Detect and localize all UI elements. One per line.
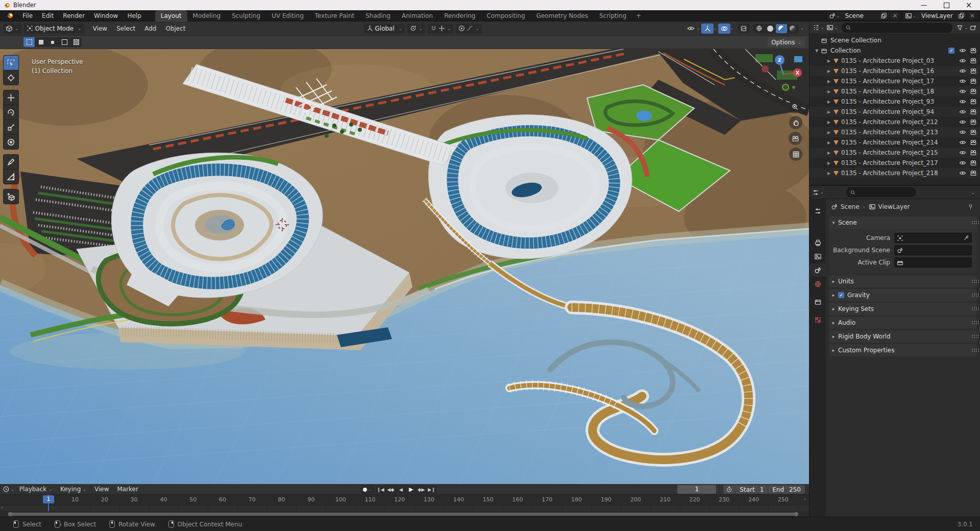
unlink-scene-button[interactable]: ✕ (889, 12, 900, 19)
show-overlays-button[interactable] (718, 23, 730, 34)
close-button[interactable]: × (958, 0, 980, 10)
pin-icon[interactable] (967, 204, 974, 210)
hide-eye-icon[interactable] (959, 78, 966, 85)
camera-view-button[interactable] (789, 132, 802, 145)
options-dropdown[interactable]: Options⌄ (768, 37, 805, 47)
menu-item[interactable]: File (18, 10, 37, 21)
tab-texture[interactable] (810, 313, 826, 326)
viewlayer-selector[interactable]: ⌄ ViewLayer ✕ (902, 11, 978, 20)
render-visibility-icon[interactable] (970, 67, 977, 75)
expand-icon[interactable]: ▼ (814, 49, 820, 53)
playhead-frame-badge[interactable]: 1 (43, 495, 54, 503)
prev-keyframe-button[interactable]: ◀◆ (386, 485, 396, 494)
scene-selector[interactable]: ⌄ Scene ✕ (826, 11, 901, 20)
outliner-object-row[interactable]: ▶ 0135 - Architecture Project_213 (810, 127, 980, 137)
transform-orientation[interactable]: Global⌄ (364, 23, 405, 34)
outliner-scene-collection[interactable]: Scene Collection (810, 35, 980, 45)
tool-button[interactable] (3, 189, 19, 204)
tab-scene[interactable] (810, 263, 826, 277)
tool-button[interactable] (3, 105, 19, 119)
display-mode-button[interactable]: ⌄ (826, 24, 838, 31)
mode-selector[interactable]: Object Mode⌄ (24, 23, 84, 34)
select-set-button[interactable] (23, 37, 35, 47)
render-visibility-icon[interactable] (970, 139, 977, 146)
gizmo-axis-z[interactable]: Z (775, 55, 785, 65)
panel-grip[interactable] (972, 349, 973, 350)
start-frame-field[interactable]: Start1 (735, 485, 768, 494)
viewport-menu-item[interactable]: Add (140, 25, 161, 32)
workspace-tab[interactable]: Geometry Nodes (531, 10, 594, 21)
timeline-menu-item[interactable]: Marker (113, 486, 142, 493)
panel-grip[interactable] (972, 221, 973, 222)
tool-button[interactable] (3, 134, 19, 150)
tab-viewlayer[interactable] (810, 250, 826, 263)
render-visibility-icon[interactable] (970, 78, 977, 85)
render-visibility-icon[interactable] (970, 98, 977, 105)
properties-search-input[interactable] (846, 187, 916, 197)
hide-eye-icon[interactable] (959, 139, 966, 146)
outliner-object-row[interactable]: ▶ 0135 - Architecture Project_03 (810, 56, 980, 66)
collapsed-panel[interactable]: ▸ Units (829, 275, 977, 287)
gizmo-axis-x-neg[interactable] (762, 65, 769, 73)
expand-icon[interactable]: ▶ (826, 69, 832, 74)
xray-toggle-button[interactable] (738, 23, 750, 34)
expand-icon[interactable]: ▶ (826, 120, 832, 125)
render-visibility-icon[interactable] (970, 170, 977, 177)
tool-button[interactable] (3, 169, 19, 184)
select-extend-button[interactable] (35, 37, 47, 47)
menu-item[interactable]: Edit (37, 10, 58, 21)
workspace-tab[interactable]: Shading (360, 10, 396, 21)
panel-grip[interactable] (972, 280, 973, 281)
viewlayer-name[interactable]: ViewLayer (918, 12, 956, 19)
pivot-point-button[interactable]: ⌄ (407, 23, 425, 34)
navigation-gizmo[interactable]: Z X (756, 52, 807, 98)
timeline-menu-item[interactable]: View (90, 486, 113, 493)
outliner-object-row[interactable]: ▶ 0135 - Architecture Project_16 (810, 66, 980, 76)
expand-icon[interactable]: ▶ (826, 171, 832, 176)
panel-grip[interactable] (972, 294, 973, 295)
scene-name[interactable]: Scene (842, 12, 878, 19)
render-visibility-icon[interactable] (970, 159, 977, 166)
panel-grip[interactable] (972, 335, 973, 336)
viewport-menu-item[interactable]: Object (161, 25, 190, 32)
breadcrumb-viewlayer[interactable]: ViewLayer (878, 203, 910, 210)
workspace-tab[interactable]: Compositing (481, 10, 530, 21)
snap-button[interactable]: ⌄ (428, 23, 454, 34)
collapse-arrow-icon[interactable]: ‹ (804, 496, 806, 502)
expand-icon[interactable]: ▶ (826, 79, 832, 84)
tool-button[interactable] (3, 119, 19, 134)
hide-eye-icon[interactable] (959, 170, 966, 177)
select-subtract-button[interactable] (47, 37, 59, 47)
minimize-button[interactable]: — (913, 0, 935, 10)
play-button[interactable]: ▶ (406, 485, 416, 494)
editor-type-button[interactable]: ⌄ (813, 24, 824, 31)
hide-eye-icon[interactable] (959, 118, 966, 126)
collapsed-panel[interactable]: ▸ Rigid Body World (829, 330, 977, 343)
expand-icon[interactable]: ▶ (826, 100, 832, 104)
hide-eye-icon[interactable] (959, 129, 966, 136)
pan-view-button[interactable] (789, 116, 802, 129)
viewport-menu-item[interactable]: View (88, 25, 112, 32)
collapsed-panel[interactable]: ▸ Audio (829, 317, 977, 329)
timeline[interactable]: ⌄ Playback⌄Keying⌄ViewMarker ⌄ ❙◀ ◀◆ ◀ ▶… (0, 484, 809, 517)
next-keyframe-button[interactable]: ◆▶ (416, 485, 427, 494)
hide-eye-icon[interactable] (959, 149, 966, 156)
shading-solid-button[interactable] (765, 24, 776, 33)
proportional-edit-button[interactable]: ⌄ (456, 23, 482, 34)
render-visibility-icon[interactable] (970, 88, 977, 95)
timeline-frames-strip[interactable] (0, 505, 809, 511)
play-reverse-button[interactable]: ◀ (396, 485, 406, 494)
menu-item[interactable]: Window (89, 10, 122, 21)
panel-grip[interactable] (972, 307, 973, 308)
viewport-menu-item[interactable]: Select (112, 25, 140, 32)
tool-button[interactable] (3, 90, 19, 105)
maximize-button[interactable] (935, 0, 958, 10)
jump-to-start-button[interactable]: ❙◀ (376, 485, 386, 494)
expand-icon[interactable]: ▶ (826, 110, 832, 114)
editor-type-button[interactable]: ⌄ (3, 486, 14, 493)
render-visibility-icon[interactable] (970, 129, 977, 136)
scrollbar-thumb[interactable] (9, 513, 797, 516)
workspace-tab[interactable]: Rendering (438, 10, 481, 21)
auto-keying-button[interactable]: ⌄ (360, 485, 374, 494)
remove-viewlayer-button[interactable]: ✕ (967, 12, 977, 19)
